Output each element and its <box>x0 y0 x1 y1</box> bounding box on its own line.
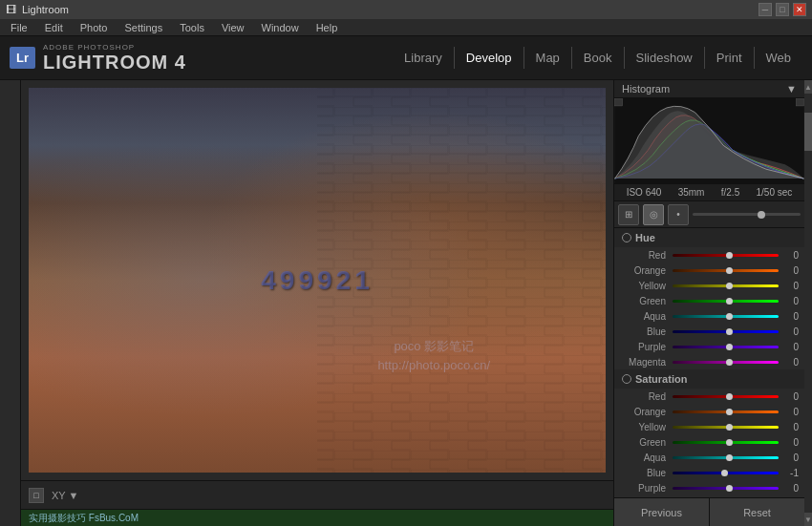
panel-bottom-buttons: Previous Reset <box>614 497 804 526</box>
hue-magenta-row: Magenta 0 <box>614 354 804 369</box>
hue-purple-track[interactable] <box>673 346 779 348</box>
tab-develop[interactable]: Develop <box>454 47 524 69</box>
menu-settings[interactable]: Settings <box>121 21 165 34</box>
histogram-chevron: ▼ <box>786 83 797 95</box>
hue-red-row: Red 0 <box>614 247 804 263</box>
lr-badge: Lr <box>10 47 35 69</box>
sat-yellow-label: Yellow <box>620 422 670 432</box>
promo-bar: 实用摄影技巧 FsBus.CoM <box>21 509 613 526</box>
hue-green-value: 0 <box>781 296 799 306</box>
hue-yellow-row: Yellow 0 <box>614 278 804 293</box>
window-controls[interactable]: ─ □ ✕ <box>759 3 806 16</box>
tool-strip: ⊞ ◎ • <box>614 201 804 228</box>
sat-orange-row: Orange 0 <box>614 404 804 419</box>
hue-magenta-track[interactable] <box>673 361 779 364</box>
hue-green-track[interactable] <box>673 300 779 303</box>
hue-label: Hue <box>635 232 655 243</box>
scrollbar-down-button[interactable]: ▼ <box>804 513 812 526</box>
sat-yellow-track[interactable] <box>673 426 779 429</box>
histogram-area <box>614 98 804 184</box>
menu-tools[interactable]: Tools <box>177 21 207 34</box>
sat-orange-value: 0 <box>781 407 799 417</box>
hue-purple-row: Purple 0 <box>614 339 804 354</box>
hue-magenta-value: 0 <box>781 357 799 368</box>
scrollbar-up-button[interactable]: ▲ <box>804 80 812 94</box>
restore-button[interactable]: □ <box>776 3 789 16</box>
sat-blue-track[interactable] <box>673 472 779 474</box>
tool-slider[interactable] <box>693 213 801 216</box>
scrollbar-thumb[interactable] <box>804 113 812 151</box>
hue-green-label: Green <box>620 296 670 306</box>
saturation-toggle[interactable] <box>622 374 631 384</box>
minimize-button[interactable]: ─ <box>759 3 772 16</box>
hue-purple-value: 0 <box>781 342 799 352</box>
hue-yellow-value: 0 <box>781 281 799 291</box>
menu-window[interactable]: Window <box>259 21 302 34</box>
sliders-container: Hue Red 0 Orange 0 Yellow 0 Green 0 <box>614 228 804 497</box>
tab-map[interactable]: Map <box>524 47 571 69</box>
shutter-value: 1/50 sec <box>757 187 793 198</box>
sat-blue-row: Blue -1 <box>614 465 804 480</box>
menu-view[interactable]: View <box>219 21 247 34</box>
histogram-header[interactable]: Histogram ▼ <box>614 80 804 98</box>
reset-button[interactable]: Reset <box>710 498 804 526</box>
menu-file[interactable]: File <box>8 21 31 34</box>
menu-photo[interactable]: Photo <box>77 21 111 34</box>
previous-button[interactable]: Previous <box>614 498 710 526</box>
sat-blue-label: Blue <box>620 468 670 478</box>
hue-blue-row: Blue 0 <box>614 324 804 339</box>
sat-green-track[interactable] <box>673 441 779 444</box>
hue-aqua-value: 0 <box>781 311 799 322</box>
sat-aqua-track[interactable] <box>673 456 779 459</box>
hue-blue-track[interactable] <box>673 330 779 333</box>
tab-slideshow[interactable]: Slideshow <box>624 47 704 69</box>
sat-aqua-label: Aqua <box>620 452 670 463</box>
tab-book[interactable]: Book <box>571 47 624 69</box>
hue-red-track[interactable] <box>673 254 779 257</box>
hue-blue-label: Blue <box>620 326 670 337</box>
scrollbar-track[interactable] <box>804 94 812 513</box>
right-scrollbar[interactable]: ▲ ▼ <box>804 80 812 526</box>
menu-bar: File Edit Photo Settings Tools View Wind… <box>0 19 812 36</box>
dot-tool-button[interactable]: • <box>668 204 689 225</box>
sat-red-value: 0 <box>781 391 799 402</box>
menu-edit[interactable]: Edit <box>42 21 66 34</box>
tool-slider-thumb <box>758 211 765 219</box>
tab-web[interactable]: Web <box>754 47 803 69</box>
hue-red-value: 0 <box>781 250 799 261</box>
hue-orange-row: Orange 0 <box>614 263 804 278</box>
close-button[interactable]: ✕ <box>793 3 806 16</box>
sat-purple-label: Purple <box>620 483 670 494</box>
app-icon: 🎞 <box>6 4 16 15</box>
main-content: 499921 poco 影影笔记http://photo.poco.cn/ □ … <box>0 80 812 526</box>
tab-print[interactable]: Print <box>704 47 754 69</box>
hue-section-header[interactable]: Hue <box>614 228 804 247</box>
histogram-label: Histogram <box>622 83 670 95</box>
tab-library[interactable]: Library <box>393 47 454 69</box>
sat-orange-track[interactable] <box>673 410 779 413</box>
circle-tool-button[interactable]: ◎ <box>643 204 664 225</box>
svg-rect-5 <box>796 98 803 106</box>
hue-yellow-track[interactable] <box>673 284 779 287</box>
hue-toggle[interactable] <box>622 233 631 242</box>
camera-info: ISO 640 35mm f/2.5 1/50 sec <box>614 184 804 201</box>
sat-purple-track[interactable] <box>673 487 779 490</box>
hue-orange-track[interactable] <box>673 269 779 272</box>
hue-yellow-label: Yellow <box>620 281 670 291</box>
hue-red-label: Red <box>620 250 670 261</box>
sat-blue-value: -1 <box>781 468 799 478</box>
hue-purple-label: Purple <box>620 342 670 352</box>
iso-value: ISO 640 <box>627 187 662 198</box>
sat-green-label: Green <box>620 437 670 448</box>
sat-red-track[interactable] <box>673 395 779 398</box>
hue-orange-value: 0 <box>781 265 799 276</box>
svg-rect-4 <box>615 98 623 106</box>
menu-help[interactable]: Help <box>313 21 341 34</box>
hue-green-row: Green 0 <box>614 293 804 308</box>
saturation-section-header[interactable]: Saturation <box>614 369 804 389</box>
bottom-icon1[interactable]: □ <box>29 488 44 503</box>
hue-aqua-track[interactable] <box>673 315 779 318</box>
grid-tool-button[interactable]: ⊞ <box>618 204 639 225</box>
bottom-label[interactable]: XY ▼ <box>52 490 78 501</box>
bottom-bar: □ XY ▼ <box>21 480 613 509</box>
